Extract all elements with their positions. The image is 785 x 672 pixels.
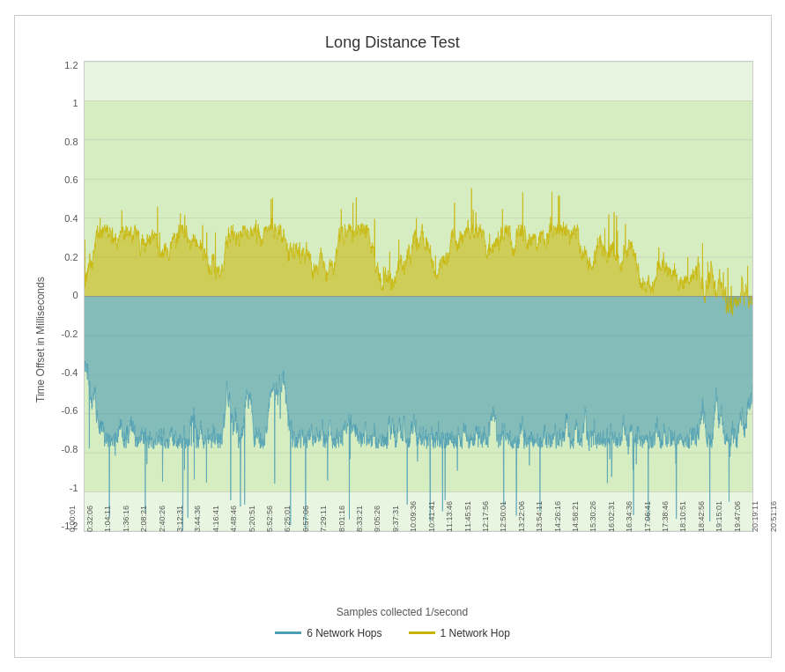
y-tick-label: 0.8: [64, 137, 78, 147]
x-tick-label: 16:34:36: [625, 500, 633, 531]
x-tick-label: 8:33:21: [355, 505, 364, 531]
y-tick-label: -0.2: [62, 329, 78, 339]
x-ticks-row: 0:00:010:32:061:04:111:36:162:08:212:40:…: [68, 532, 769, 602]
x-tick-label: 19:15:01: [715, 500, 723, 531]
x-tick-label: 20:51:16: [769, 500, 778, 531]
y-tick-label: -1: [70, 484, 78, 493]
x-tick-label: 11:45:51: [463, 500, 472, 531]
legend-line: [409, 631, 435, 634]
x-tick-label: 10:09:36: [409, 500, 418, 531]
x-axis-area: 0:00:010:32:061:04:111:36:162:08:212:40:…: [52, 532, 753, 618]
chart-title: Long Distance Test: [325, 33, 460, 52]
y-ticks: 1.210.80.60.40.20-0.2-0.4-0.6-0.8-1-1.2: [52, 61, 84, 532]
x-tick-label: 13:54:11: [535, 500, 544, 531]
legend-line: [275, 631, 301, 634]
x-tick-label: 2:08:21: [139, 505, 148, 531]
x-tick-label: 5:20:51: [248, 505, 256, 531]
plot-canvas: [84, 61, 753, 532]
legend-item: 6 Network Hops: [275, 627, 381, 639]
x-tick-label: 8:01:16: [337, 505, 346, 531]
x-tick-label: 1:04:11: [103, 505, 112, 531]
x-tick-label: 9:05:26: [373, 505, 381, 531]
x-tick-label: 16:02:31: [607, 500, 616, 531]
x-tick-label: 1:36:16: [122, 505, 130, 531]
x-tick-label: 6:25:01: [283, 505, 292, 531]
y-tick-label: 1: [72, 99, 78, 108]
x-tick-label: 11:13:46: [445, 500, 454, 531]
y-tick-label: 0: [72, 291, 78, 300]
y-tick-label: 0.2: [64, 253, 78, 262]
x-tick-label: 12:17:56: [481, 500, 490, 531]
x-tick-label: 15:30:26: [589, 500, 597, 531]
legend-label: 1 Network Hop: [441, 627, 510, 639]
y-tick-label: 1.2: [64, 61, 78, 70]
x-tick-label: 12:50:01: [499, 500, 507, 531]
x-tick-label: 10:41:41: [427, 500, 436, 531]
chart-body: Time Offset in Milliseconds 1.210.80.60.…: [33, 61, 753, 618]
x-tick-label: 4:16:41: [211, 505, 220, 531]
y-tick-label: -0.6: [62, 406, 78, 416]
x-tick-label: 7:29:11: [319, 505, 328, 531]
legend-label: 6 Network Hops: [307, 627, 381, 639]
x-tick-label: 3:12:31: [175, 505, 184, 531]
x-axis-title: Samples collected 1/second: [337, 606, 468, 618]
x-tick-label: 2:40:26: [158, 505, 167, 531]
x-tick-label: 17:38:46: [661, 500, 670, 531]
chart-svg: [85, 62, 752, 531]
x-tick-label: 14:26:16: [553, 500, 562, 531]
x-tick-label: 17:06:41: [643, 500, 652, 531]
x-tick-label: 5:52:56: [265, 505, 274, 531]
y-tick-label: 0.4: [64, 214, 78, 224]
x-tick-label: 6:57:06: [301, 505, 310, 531]
y-axis-label: Time Offset in Milliseconds: [33, 61, 48, 618]
plot-area-wrapper: 1.210.80.60.40.20-0.2-0.4-0.6-0.8-1-1.2: [52, 61, 753, 532]
legend-item: 1 Network Hop: [409, 627, 510, 639]
x-tick-label: 3:44:36: [193, 505, 202, 531]
chart-container: Long Distance Test Time Offset in Millis…: [14, 15, 772, 658]
chart-right: 1.210.80.60.40.20-0.2-0.4-0.6-0.8-1-1.2 …: [52, 61, 753, 618]
y-tick-label: -0.8: [62, 445, 78, 454]
x-tick-label: 0:32:06: [85, 505, 94, 531]
x-tick-label: 14:58:21: [571, 500, 580, 531]
y-tick-label: 0.6: [64, 175, 78, 185]
x-tick-label: 19:47:06: [733, 500, 742, 531]
x-tick-label: 4:48:46: [229, 505, 238, 531]
x-tick-label: 18:42:56: [697, 500, 706, 531]
legend: 6 Network Hops1 Network Hop: [275, 627, 510, 639]
x-tick-label: 18:10:51: [678, 500, 687, 531]
y-tick-label: -0.4: [62, 368, 78, 378]
x-tick-label: 20:19:11: [751, 500, 759, 531]
x-tick-label: 9:37:31: [391, 505, 400, 531]
x-tick-label: 13:22:06: [517, 500, 526, 531]
x-tick-label: 0:00:01: [68, 505, 77, 531]
